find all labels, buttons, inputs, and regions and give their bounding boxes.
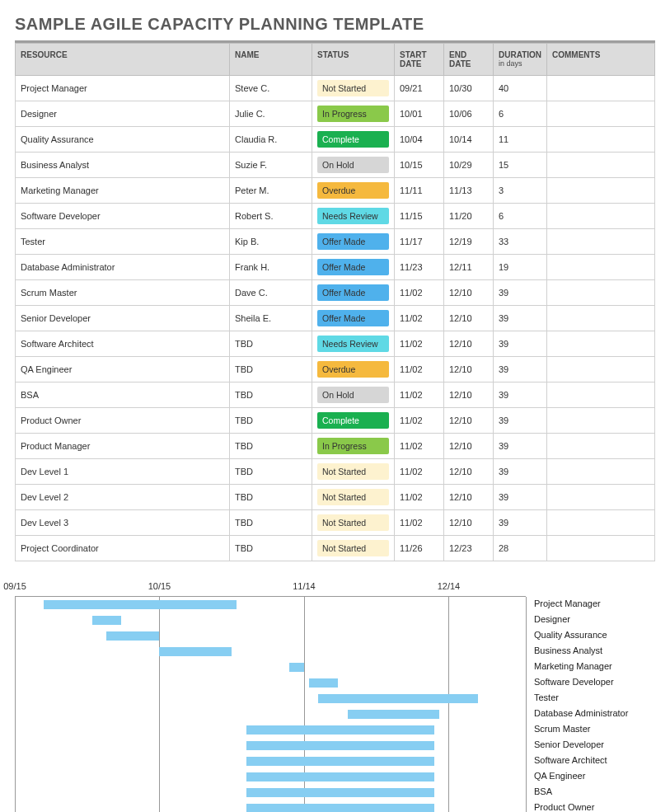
table-row: Business AnalystSuzie F.On Hold10/1510/2… [16, 153, 655, 178]
comments-cell [547, 357, 655, 383]
gantt-bar [318, 694, 477, 703]
comments-cell [547, 229, 655, 255]
gantt-chart: 09/1510/1511/1412/14 Project ManagerDesi… [15, 581, 655, 812]
gantt-axis-tick: 12/14 [438, 581, 461, 591]
gantt-row [15, 753, 526, 769]
resource-cell: Product Manager [16, 434, 230, 459]
gantt-row-label: QA Engineer [526, 768, 655, 784]
start-date-cell: 11/02 [395, 434, 444, 459]
resource-cell: BSA [16, 383, 230, 408]
col-duration-header: DURATION in days [494, 44, 547, 76]
comments-cell [547, 459, 655, 485]
gantt-row-label: Software Architect [526, 753, 655, 768]
status-chip: Overdue [317, 182, 389, 199]
end-date-cell: 10/06 [444, 101, 494, 127]
comments-cell [547, 536, 655, 561]
resource-cell: Dev Level 2 [16, 485, 230, 510]
table-row: Dev Level 2TBDNot Started11/0212/1039 [16, 485, 655, 510]
comments-cell [547, 178, 655, 204]
status-cell: Overdue [312, 178, 395, 204]
table-row: Dev Level 1TBDNot Started11/0212/1039 [16, 459, 655, 485]
table-row: Marketing ManagerPeter M.Overdue11/1111/… [16, 178, 655, 204]
start-date-cell: 11/02 [395, 357, 444, 383]
table-row: Scrum MasterDave C.Offer Made11/0212/103… [16, 280, 655, 306]
end-date-cell: 12/23 [444, 536, 494, 561]
table-row: Senior DeveloperSheila E.Offer Made11/02… [16, 306, 655, 331]
status-cell: Not Started [312, 459, 395, 485]
table-header-row: RESOURCE NAME STATUS START DATE END DATE… [16, 44, 655, 76]
end-date-cell: 12/10 [444, 434, 494, 459]
gantt-axis-tick: 10/15 [148, 581, 171, 591]
duration-cell: 6 [494, 204, 547, 229]
status-chip: Not Started [317, 489, 389, 505]
gantt-row [15, 597, 526, 613]
resource-cell: Project Manager [16, 76, 230, 101]
end-date-cell: 12/10 [444, 510, 494, 536]
duration-cell: 39 [494, 510, 547, 536]
col-resource-header: RESOURCE [16, 44, 230, 76]
gantt-row [15, 706, 526, 722]
status-chip: Offer Made [317, 284, 389, 301]
gantt-row-label: Senior Developer [526, 737, 655, 753]
gantt-row-label: Project Manager [526, 596, 655, 612]
gantt-bar [246, 725, 434, 735]
col-name-header: NAME [230, 44, 312, 76]
name-cell: TBD [230, 485, 312, 510]
table-row: Product ManagerTBDIn Progress11/0212/103… [16, 434, 655, 459]
status-cell: On Hold [312, 153, 395, 178]
gantt-bar [348, 710, 439, 719]
gantt-bar [289, 663, 304, 672]
end-date-cell: 12/10 [444, 280, 494, 306]
end-date-cell: 12/10 [444, 485, 494, 510]
comments-cell [547, 101, 655, 127]
end-date-cell: 12/10 [444, 306, 494, 331]
duration-cell: 39 [494, 459, 547, 485]
comments-cell [547, 485, 655, 510]
comments-cell [547, 306, 655, 331]
start-date-cell: 11/02 [395, 280, 444, 306]
duration-cell: 39 [494, 383, 547, 408]
comments-cell [547, 331, 655, 357]
comments-cell [547, 127, 655, 153]
gantt-row-label: BSA [526, 784, 655, 800]
start-date-cell: 11/02 [395, 408, 444, 434]
status-cell: Offer Made [312, 280, 395, 306]
gantt-axis-tick: 11/14 [293, 581, 316, 591]
end-date-cell: 12/10 [444, 331, 494, 357]
duration-cell: 15 [494, 153, 547, 178]
col-comments-header: COMMENTS [547, 44, 655, 76]
duration-cell: 39 [494, 306, 547, 331]
name-cell: Peter M. [230, 178, 312, 204]
table-row: TesterKip B.Offer Made11/1712/1933 [16, 229, 655, 255]
gantt-bar [246, 788, 434, 797]
name-cell: TBD [230, 510, 312, 536]
comments-cell [547, 204, 655, 229]
start-date-cell: 11/02 [395, 459, 444, 485]
start-date-cell: 11/26 [395, 536, 444, 561]
name-cell: Steve C. [230, 76, 312, 101]
status-cell: In Progress [312, 101, 395, 127]
name-cell: Claudia R. [230, 127, 312, 153]
resource-cell: QA Engineer [16, 357, 230, 383]
start-date-cell: 10/15 [395, 153, 444, 178]
duration-cell: 39 [494, 408, 547, 434]
gantt-row-label: Scrum Master [526, 721, 655, 737]
comments-cell [547, 408, 655, 434]
status-cell: Not Started [312, 536, 395, 561]
status-chip: Offer Made [317, 233, 389, 250]
status-chip: Offer Made [317, 310, 389, 326]
duration-cell: 39 [494, 280, 547, 306]
name-cell: TBD [230, 383, 312, 408]
comments-cell [547, 434, 655, 459]
status-chip: Not Started [317, 463, 389, 480]
start-date-cell: 11/17 [395, 229, 444, 255]
start-date-cell: 10/01 [395, 101, 444, 127]
start-date-cell: 11/23 [395, 255, 444, 280]
name-cell: Robert S. [230, 204, 312, 229]
gantt-row [15, 738, 526, 753]
end-date-cell: 10/30 [444, 76, 494, 101]
name-cell: Suzie F. [230, 153, 312, 178]
name-cell: Frank H. [230, 255, 312, 280]
gantt-bar [159, 647, 232, 656]
gantt-row [15, 675, 526, 691]
